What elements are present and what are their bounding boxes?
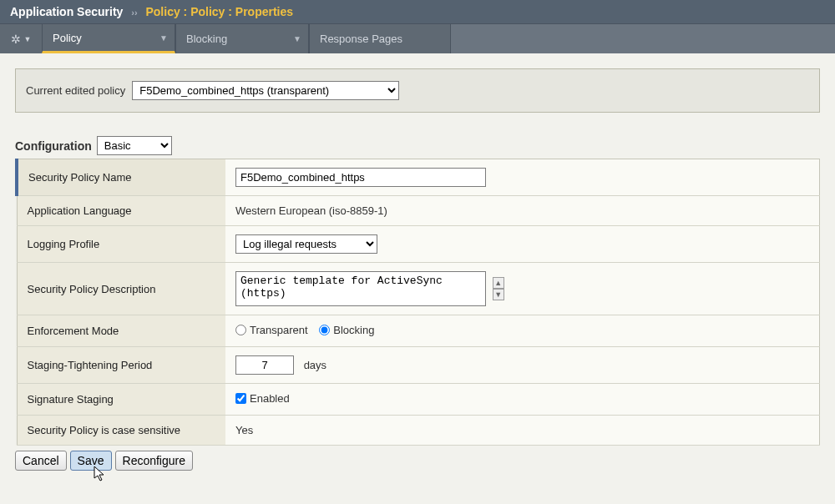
field-value-app-language: Western European (iso-8859-1) (225, 196, 820, 226)
scroll-down-icon[interactable]: ▼ (493, 289, 504, 300)
field-label-staging: Staging-Tightening Period (17, 347, 225, 384)
button-row: Cancel Save Reconfigure (15, 451, 820, 471)
radio-label-blocking: Blocking (333, 324, 374, 336)
current-policy-panel: Current edited policy F5Demo_combined_ht… (15, 68, 820, 113)
enforcement-transparent-radio[interactable] (235, 325, 246, 335)
tab-policy[interactable]: Policy ▼ (42, 24, 175, 53)
breadcrumb-root: Application Security (10, 5, 123, 18)
field-label-enforcement: Enforcement Mode (17, 315, 225, 347)
radio-label-transparent: Transparent (250, 324, 308, 336)
staging-suffix: days (304, 359, 326, 371)
security-policy-description-textarea[interactable]: Generic template for ActiveSync (https) (235, 271, 486, 306)
cancel-button[interactable]: Cancel (15, 451, 67, 471)
current-policy-select[interactable]: F5Demo_combined_https (transparent) (132, 81, 399, 100)
properties-table: Security Policy Name Application Languag… (15, 159, 820, 446)
tab-label: Blocking (186, 33, 227, 45)
checkbox-label-enabled: Enabled (250, 392, 290, 405)
staging-period-input[interactable] (235, 355, 294, 375)
signature-staging-checkbox[interactable] (235, 393, 246, 404)
configuration-label: Configuration (15, 139, 92, 153)
chevron-down-icon: ▼ (24, 35, 32, 43)
configuration-row: Configuration Basic (15, 136, 820, 155)
field-label-description: Security Policy Description (17, 263, 225, 315)
chevron-down-icon: ▼ (159, 33, 168, 43)
current-policy-label: Current edited policy (26, 84, 125, 97)
tab-label: Response Pages (320, 33, 402, 45)
tab-response-pages[interactable]: Response Pages (309, 24, 451, 53)
field-value-case-sensitive: Yes (225, 416, 820, 446)
settings-gear-button[interactable]: ✲ ▼ (0, 24, 42, 53)
tab-bar: ✲ ▼ Policy ▼ Blocking ▼ Response Pages (0, 23, 835, 53)
scroll-up-icon[interactable]: ▲ (493, 277, 504, 289)
field-label-policy-name: Security Policy Name (17, 159, 225, 196)
tab-label: Policy (53, 32, 82, 44)
chevron-down-icon: ▼ (293, 34, 301, 43)
tab-blocking[interactable]: Blocking ▼ (175, 24, 309, 53)
logging-profile-select[interactable]: Log illegal requests (235, 234, 377, 254)
textarea-scroll[interactable]: ▲▼ (493, 277, 504, 300)
configuration-mode-select[interactable]: Basic (97, 136, 172, 155)
field-label-case-sensitive: Security Policy is case sensitive (17, 416, 225, 446)
security-policy-name-input[interactable] (235, 168, 486, 187)
breadcrumb: Application Security ›› Policy : Policy … (0, 0, 835, 23)
breadcrumb-path: Policy : Policy : Properties (145, 5, 293, 18)
enforcement-blocking-radio[interactable] (319, 325, 330, 335)
save-button[interactable]: Save (70, 451, 112, 471)
gear-icon: ✲ (11, 33, 21, 46)
reconfigure-button[interactable]: Reconfigure (115, 451, 194, 471)
field-label-signature-staging: Signature Staging (17, 384, 225, 416)
field-label-logging-profile: Logging Profile (17, 226, 225, 263)
field-label-app-language: Application Language (17, 196, 225, 226)
breadcrumb-separator-icon: ›› (131, 8, 137, 18)
